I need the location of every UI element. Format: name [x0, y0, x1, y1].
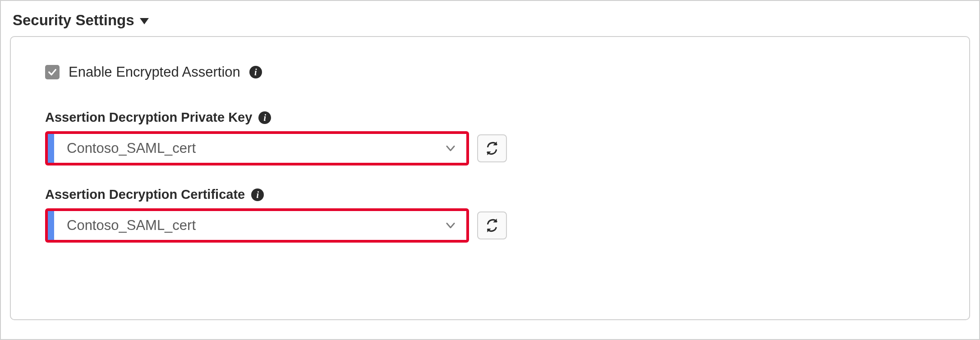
certificate-refresh-button[interactable] — [477, 211, 507, 239]
settings-page: Security Settings Enable Encrypted Asser… — [0, 0, 980, 340]
info-icon[interactable]: i — [251, 188, 264, 201]
private-key-refresh-button[interactable] — [477, 134, 507, 162]
enable-encrypted-assertion-checkbox[interactable] — [45, 65, 60, 79]
chevron-down-icon — [435, 134, 466, 163]
certificate-value: Contoso_SAML_cert — [54, 211, 435, 240]
certificate-label-row: Assertion Decryption Certificate i — [45, 187, 935, 202]
private-key-value: Contoso_SAML_cert — [54, 134, 435, 163]
info-icon[interactable]: i — [258, 111, 271, 124]
info-icon[interactable]: i — [249, 66, 262, 78]
enable-encrypted-assertion-row: Enable Encrypted Assertion i — [45, 64, 935, 80]
private-key-select[interactable]: Contoso_SAML_cert — [45, 131, 469, 165]
certificate-label: Assertion Decryption Certificate — [45, 187, 245, 202]
private-key-label-row: Assertion Decryption Private Key i — [45, 110, 935, 125]
select-accent-stripe — [48, 134, 54, 163]
certificate-select[interactable]: Contoso_SAML_cert — [45, 208, 469, 243]
checkmark-icon — [47, 67, 57, 77]
caret-down-icon — [140, 18, 149, 24]
refresh-icon — [485, 219, 499, 232]
refresh-icon — [485, 142, 499, 155]
private-key-label: Assertion Decryption Private Key — [45, 110, 252, 125]
certificate-row: Contoso_SAML_cert — [45, 208, 935, 243]
private-key-field: Assertion Decryption Private Key i Conto… — [45, 110, 935, 165]
section-title: Security Settings — [13, 12, 134, 29]
security-settings-panel: Enable Encrypted Assertion i Assertion D… — [10, 36, 970, 320]
certificate-field: Assertion Decryption Certificate i Conto… — [45, 187, 935, 243]
private-key-row: Contoso_SAML_cert — [45, 131, 935, 165]
enable-encrypted-assertion-label: Enable Encrypted Assertion — [69, 64, 240, 80]
select-accent-stripe — [48, 211, 54, 240]
section-header[interactable]: Security Settings — [10, 12, 970, 29]
chevron-down-icon — [435, 211, 466, 240]
